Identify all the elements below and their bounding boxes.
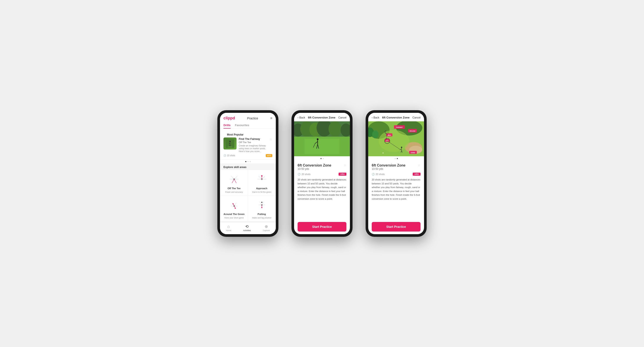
svg-text:ROUGH: ROUGH bbox=[410, 130, 415, 132]
drill-shots-row-p3: 🕐 20 shots ARG bbox=[372, 173, 420, 176]
chevron-left-icon: ‹ bbox=[298, 116, 298, 119]
drill-detail-header: 6ft Conversion Zone 10-50 yds ☆ bbox=[298, 163, 346, 172]
shots-info-p3: 🕐 20 shots bbox=[372, 173, 385, 176]
drill-description-p3: 20 shots are randomly generated at dista… bbox=[372, 178, 420, 201]
bottom-nav: ⌂ Home ⟲ Activities ⊕ Capture bbox=[220, 222, 276, 234]
start-practice-button-p2[interactable]: Start Practice bbox=[298, 222, 346, 232]
svg-point-36 bbox=[261, 202, 262, 203]
skill-off-the-tee[interactable]: Off The Tee Power and accuracy bbox=[220, 170, 248, 195]
skill-sub-ott: Power and accuracy bbox=[225, 191, 243, 193]
drill-image-photo bbox=[294, 121, 350, 156]
drill-description: Create an imaginary fairway using trees … bbox=[239, 144, 270, 153]
clock-icon-p2: 🕐 bbox=[298, 173, 301, 176]
back-button-p3[interactable]: ‹ Back bbox=[372, 116, 379, 119]
drill-thumbnail bbox=[224, 138, 236, 150]
golf-course-map: FAIRWAY ROUGH Miss Hit SAND bbox=[368, 121, 424, 156]
p2-dot-2[interactable] bbox=[323, 158, 324, 159]
drill-header-title: 6ft Conversion Zone bbox=[308, 116, 336, 119]
clock-icon-p3: 🕐 bbox=[372, 173, 375, 176]
golf-photo bbox=[294, 121, 350, 156]
skill-grid: Off The Tee Power and accuracy bbox=[220, 170, 276, 221]
nav-activities-label: Activities bbox=[243, 229, 251, 232]
p2-dot-1[interactable] bbox=[320, 158, 322, 159]
back-button[interactable]: ‹ Back bbox=[298, 116, 305, 119]
around-green-icon bbox=[228, 198, 241, 211]
skill-around-green[interactable]: Around The Green Hone your short game bbox=[220, 196, 248, 221]
drill-subtitle: Off The Tee bbox=[239, 141, 270, 144]
arg-tag-p3: ARG bbox=[413, 173, 420, 176]
svg-text:FAIRWAY: FAIRWAY bbox=[396, 127, 403, 128]
drill-info: Find The Fairway Off The Tee Create an i… bbox=[239, 138, 272, 153]
favourite-star-p2[interactable]: ☆ bbox=[344, 163, 346, 167]
svg-rect-49 bbox=[304, 139, 340, 154]
skill-name-putting: Putting bbox=[258, 213, 266, 215]
carousel-dots bbox=[220, 160, 276, 163]
drill-shots-row: 🕐 20 shots ARG bbox=[298, 173, 346, 176]
skill-sub-atg: Hone your short game bbox=[224, 217, 244, 219]
drill-detail-header-p3: 6ft Conversion Zone 10-50 yds ☆ bbox=[372, 163, 420, 172]
ott-tag: OTT bbox=[266, 154, 272, 157]
chevron-left-icon-p3: ‹ bbox=[372, 116, 372, 119]
home-icon: ⌂ bbox=[228, 224, 230, 229]
phone-1-content: Most Popular bbox=[220, 129, 276, 222]
back-label: Back bbox=[299, 116, 305, 119]
approach-icon bbox=[255, 173, 268, 186]
dot-2[interactable] bbox=[248, 161, 248, 162]
drill-range-p3: 10-50 yds bbox=[372, 167, 406, 170]
activities-icon: ⟲ bbox=[245, 224, 248, 229]
favourite-star[interactable]: ☆ bbox=[270, 138, 272, 141]
cancel-button-p3[interactable]: Cancel bbox=[412, 116, 420, 119]
tab-favourites[interactable]: Favourites bbox=[235, 122, 250, 129]
explore-title: Explore skill areas bbox=[220, 163, 276, 170]
drill-header-title-p3: 6ft Conversion Zone bbox=[382, 116, 410, 119]
image-carousel-dots bbox=[294, 156, 350, 161]
featured-drill-item[interactable]: Find The Fairway Off The Tee Create an i… bbox=[224, 138, 272, 153]
image-carousel-dots-p3 bbox=[368, 156, 424, 161]
svg-point-80 bbox=[382, 153, 384, 153]
skill-name-atg: Around The Green bbox=[224, 213, 244, 215]
clock-icon: 🕐 bbox=[224, 154, 226, 157]
shots-count: 🕐 10 shots bbox=[224, 154, 235, 157]
dot-3[interactable] bbox=[250, 161, 251, 162]
most-popular-section: Most Popular bbox=[220, 129, 276, 159]
nav-home[interactable]: ⌂ Home bbox=[226, 224, 231, 232]
p3-dot-1[interactable] bbox=[394, 158, 396, 159]
nav-activities[interactable]: ⟲ Activities bbox=[243, 224, 251, 232]
drill-description-p2: 20 shots are randomly generated at dista… bbox=[298, 178, 346, 201]
skill-approach[interactable]: Approach Dial-in to hit the green bbox=[248, 170, 275, 195]
dot-1[interactable] bbox=[245, 161, 246, 162]
phone-3-header: ‹ Back 6ft Conversion Zone Cancel bbox=[368, 113, 424, 121]
phone-1-header: clippd Practice ≡ bbox=[220, 113, 276, 122]
clippd-logo: clippd bbox=[224, 116, 235, 121]
svg-point-61 bbox=[379, 130, 409, 152]
phone-3: ‹ Back 6ft Conversion Zone Cancel bbox=[366, 110, 427, 237]
tab-drills[interactable]: Drills bbox=[224, 122, 231, 129]
nav-capture[interactable]: ⊕ Capture bbox=[263, 224, 270, 232]
p3-dot-2[interactable] bbox=[397, 158, 398, 159]
phone-1-screen: clippd Practice ≡ Drills Favourites Most… bbox=[220, 113, 276, 234]
nav-capture-label: Capture bbox=[263, 229, 270, 232]
phone-2-screen: ‹ Back 6ft Conversion Zone Cancel bbox=[294, 113, 350, 234]
drill-tabs: Drills Favourites bbox=[220, 122, 276, 129]
capture-icon: ⊕ bbox=[265, 224, 268, 229]
favourite-star-p3[interactable]: ☆ bbox=[418, 163, 420, 167]
skill-sub-putting: Make and lag practice bbox=[252, 217, 271, 219]
shots-info: 🕐 20 shots bbox=[298, 173, 311, 176]
drill-name: 6ft Conversion Zone bbox=[298, 163, 331, 167]
drill-image-map: FAIRWAY ROUGH Miss Hit SAND bbox=[368, 121, 424, 156]
svg-text:Hit: Hit bbox=[386, 140, 388, 141]
cancel-button[interactable]: Cancel bbox=[338, 116, 346, 119]
menu-icon[interactable]: ≡ bbox=[270, 116, 272, 120]
practice-title: Practice bbox=[247, 117, 258, 120]
svg-point-75 bbox=[401, 147, 402, 148]
start-practice-button-p3[interactable]: Start Practice bbox=[372, 222, 420, 232]
phone-3-screen: ‹ Back 6ft Conversion Zone Cancel bbox=[368, 113, 424, 234]
back-label-p3: Back bbox=[374, 116, 379, 119]
phone-2-content: 6ft Conversion Zone 10-50 yds ☆ 🕐 20 sho… bbox=[294, 161, 350, 219]
phones-container: clippd Practice ≡ Drills Favourites Most… bbox=[217, 110, 427, 237]
phone-2: ‹ Back 6ft Conversion Zone Cancel bbox=[292, 110, 352, 237]
off-tee-icon bbox=[228, 173, 241, 186]
drill-name-p3: 6ft Conversion Zone bbox=[372, 163, 406, 167]
skill-putting[interactable]: Putting Make and lag practice bbox=[248, 196, 275, 221]
skill-name-approach: Approach bbox=[256, 187, 267, 190]
